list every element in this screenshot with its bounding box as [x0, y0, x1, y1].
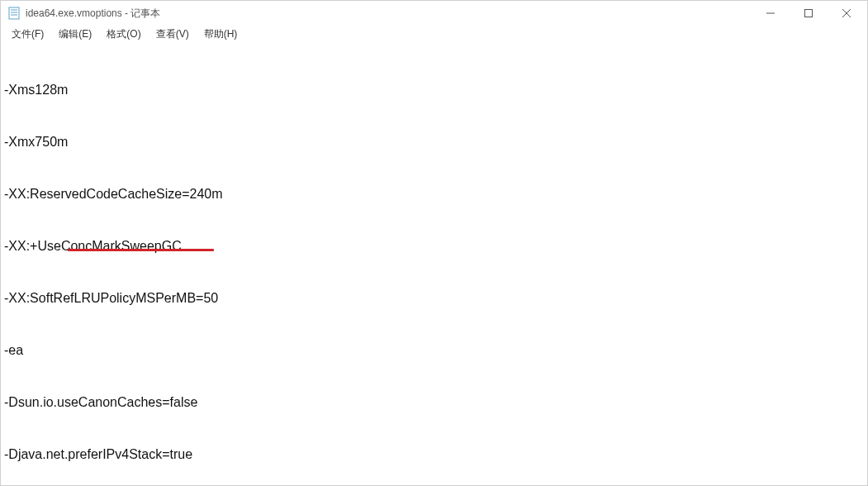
svg-rect-5	[805, 10, 813, 17]
editor-line: -Xmx750m	[4, 133, 864, 150]
close-button[interactable]	[828, 1, 866, 26]
menu-bar: 文件(F) 编辑(E) 格式(O) 查看(V) 帮助(H)	[1, 26, 867, 43]
menu-format[interactable]: 格式(O)	[99, 26, 148, 43]
menu-view[interactable]: 查看(V)	[149, 26, 197, 43]
red-underline-annotation	[68, 249, 214, 251]
editor-line: -ea	[4, 341, 864, 359]
menu-edit[interactable]: 编辑(E)	[51, 26, 99, 43]
editor-line: -XX:ReservedCodeCacheSize=240m	[4, 185, 864, 202]
maximize-button[interactable]	[790, 1, 828, 26]
window-title: idea64.exe.vmoptions - 记事本	[26, 7, 160, 21]
minimize-button[interactable]	[752, 1, 790, 26]
editor-line: -XX:SoftRefLRUPolicyMSPerMB=50	[4, 289, 864, 307]
window-titlebar: idea64.exe.vmoptions - 记事本	[1, 1, 867, 26]
menu-file[interactable]: 文件(F)	[4, 26, 51, 43]
window-controls	[752, 1, 866, 26]
editor-line: -Djava.net.preferIPv4Stack=true	[4, 446, 864, 463]
editor-line: -Xms128m	[4, 81, 864, 98]
menu-help[interactable]: 帮助(H)	[197, 26, 245, 43]
notepad-icon	[7, 7, 21, 20]
editor-content[interactable]: -Xms128m -Xmx750m -XX:ReservedCodeCacheS…	[1, 43, 867, 486]
editor-line: -XX:+UseConcMarkSweepGC	[4, 237, 864, 255]
editor-line: -Dsun.io.useCanonCaches=false	[4, 393, 864, 411]
svg-rect-0	[9, 7, 19, 19]
